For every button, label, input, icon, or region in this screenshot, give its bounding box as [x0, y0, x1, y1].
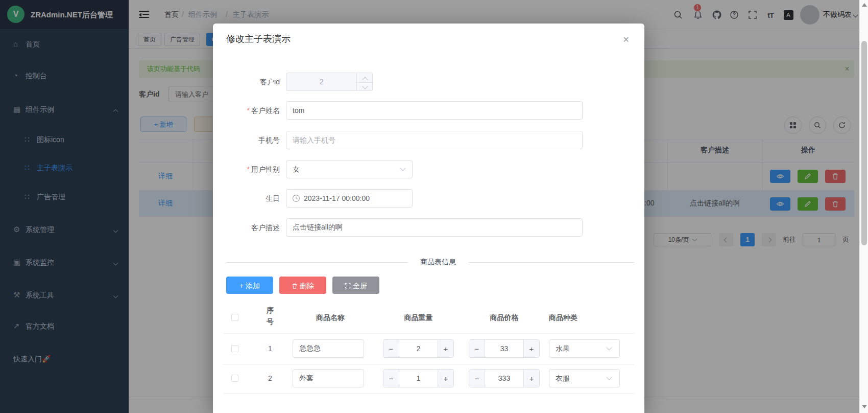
spinner-divider: [357, 82, 373, 83]
product-name-input[interactable]: [293, 369, 364, 387]
section-title: 商品表信息: [407, 258, 469, 267]
scroll-down-arrow[interactable]: [862, 405, 867, 408]
label-text: 用户性别: [251, 165, 280, 173]
decrease-button[interactable]: −: [383, 340, 399, 357]
child-header-name: 商品名称: [293, 313, 368, 323]
scroll-up-arrow[interactable]: [862, 3, 867, 7]
price-value[interactable]: 33: [485, 340, 524, 357]
weight-value[interactable]: 2: [399, 340, 438, 357]
table-border: [223, 333, 634, 334]
select-all-checkbox[interactable]: [231, 314, 238, 321]
row-seq: 2: [262, 374, 278, 382]
increase-button[interactable]: +: [524, 370, 539, 387]
dialog-close-icon[interactable]: ×: [619, 33, 633, 47]
field-label-customer-name: *客户姓名: [220, 101, 280, 120]
child-header-price: 商品价格: [469, 313, 540, 323]
app-root: V ZRAdmin.NET后台管理 ⌂首页 ◔控制台 ▦组件示例 ∷图标icon…: [0, 0, 868, 413]
required-mark: *: [247, 106, 250, 114]
button-label: 全屏: [353, 282, 367, 290]
increase-button[interactable]: +: [524, 340, 539, 357]
table-border: [223, 364, 634, 364]
product-name-input[interactable]: [293, 339, 364, 358]
browser-scrollbar[interactable]: [859, 0, 868, 413]
edit-dialog: 修改主子表演示 × 客户id 2 *客户姓名 手机号 *用户性别 女 生日 20…: [213, 24, 644, 413]
price-stepper: − 33 +: [469, 339, 540, 358]
decrease-button[interactable]: −: [469, 370, 485, 387]
field-label-birthday: 生日: [220, 189, 280, 208]
birthday-date-input[interactable]: 2023-11-17 00:00:00: [286, 189, 413, 208]
child-fullscreen-button[interactable]: 全屏: [332, 277, 379, 294]
row-checkbox[interactable]: [231, 345, 238, 352]
child-add-button[interactable]: + 添加: [226, 277, 273, 294]
customer-id-input: 2: [286, 73, 356, 91]
field-label-phone: 手机号: [220, 131, 280, 149]
section-divider: [469, 262, 634, 263]
decrease-button[interactable]: −: [469, 340, 485, 357]
field-label-customer-id: 客户id: [220, 73, 280, 91]
dialog-title: 修改主子表演示: [226, 33, 291, 45]
label-text: 客户姓名: [251, 106, 280, 114]
child-header-seq: 序号: [262, 306, 278, 327]
child-header-type: 商品种类: [549, 313, 620, 323]
clock-icon: [292, 194, 300, 202]
customer-name-input[interactable]: [286, 101, 583, 120]
row-seq: 1: [262, 345, 278, 353]
child-delete-button[interactable]: 删除: [279, 277, 326, 294]
child-header-weight: 商品重量: [383, 313, 454, 323]
scrollbar-thumb[interactable]: [861, 41, 867, 245]
weight-value[interactable]: 1: [399, 370, 438, 387]
phone-input[interactable]: [286, 131, 583, 149]
row-checkbox[interactable]: [231, 375, 238, 382]
gender-select[interactable]: 女: [286, 160, 413, 178]
weight-stepper: − 1 +: [383, 369, 454, 387]
section-divider: [226, 262, 407, 263]
required-mark: *: [247, 165, 250, 173]
increase-button[interactable]: +: [438, 340, 453, 357]
table-border: [223, 393, 634, 394]
price-value[interactable]: 333: [485, 370, 524, 387]
field-label-gender: *用户性别: [220, 160, 280, 178]
description-input[interactable]: [286, 218, 583, 237]
decrease-button[interactable]: −: [383, 370, 399, 387]
field-label-description: 客户描述: [220, 218, 280, 237]
spinner-down-icon[interactable]: [362, 83, 368, 89]
price-stepper: − 333 +: [469, 369, 540, 387]
button-label: 删除: [300, 282, 314, 290]
weight-stepper: − 2 +: [383, 339, 454, 358]
number-spinner[interactable]: [356, 73, 373, 91]
increase-button[interactable]: +: [438, 370, 453, 387]
